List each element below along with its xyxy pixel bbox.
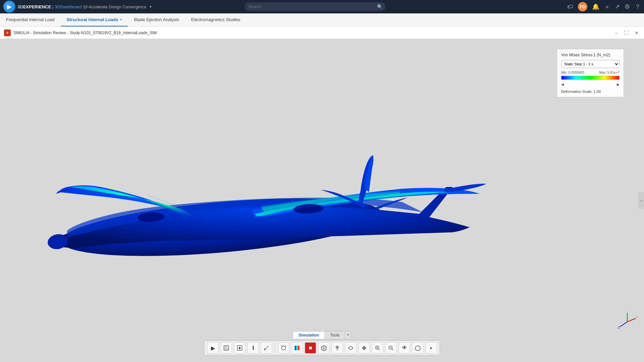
info-button[interactable]: ℹ	[248, 342, 259, 354]
brand-title: 3DEXPERIENCE | 3DDashboard 10-Accelerate…	[17, 4, 146, 9]
more-tools-button[interactable]: ▸	[426, 342, 437, 354]
user-avatar[interactable]: FD	[578, 2, 587, 11]
min-arrow-icon[interactable]: ◂	[561, 81, 564, 87]
deformation-scale: Deformation Scale: 1.00	[561, 89, 620, 94]
toolbar-chevron-icon[interactable]: ▾	[345, 331, 351, 339]
svg-rect-37	[297, 346, 298, 350]
max-arrow-icon[interactable]: ▸	[617, 81, 620, 87]
close-button[interactable]: ✕	[633, 29, 640, 36]
svg-rect-25	[225, 346, 227, 347]
tab-dropdown-icon[interactable]: ▾	[120, 18, 122, 21]
zoom-out-button[interactable]	[385, 342, 397, 354]
svg-line-18	[627, 318, 636, 322]
search-input[interactable]	[245, 2, 385, 11]
top-navigation: ▶ 3DEXPERIENCE | 3DDashboard 10-Accelera…	[0, 0, 644, 13]
svg-line-29	[265, 346, 269, 350]
tab-frequential[interactable]: Frequential Internal Load	[0, 13, 61, 26]
svg-line-53	[392, 349, 393, 350]
tab-electromagnetics[interactable]: Electromagnetics Studies	[185, 13, 247, 26]
add-icon[interactable]: ＋	[604, 3, 610, 11]
svg-marker-28	[238, 347, 241, 349]
save-button[interactable]	[221, 342, 232, 354]
minimize-button[interactable]: –	[613, 29, 620, 36]
query-button[interactable]	[278, 342, 289, 354]
side-panel-handle[interactable]: ›	[638, 192, 644, 209]
simulation-tab[interactable]: Simulation	[293, 331, 325, 339]
nav-right-icons: 🏷 FD 🔔 ＋ ↗ ⚙ ？	[567, 2, 641, 11]
window-title-bar: S SIMULIA - Simulation Review - Study-N1…	[0, 27, 644, 39]
zoom-in-button[interactable]	[372, 342, 383, 354]
tab-blade[interactable]: Blade Ejection Analysis	[128, 13, 185, 26]
svg-rect-38	[298, 346, 300, 350]
project-chevron-icon[interactable]: ▾	[150, 4, 152, 9]
window-controls: – ⛶ ✕	[613, 29, 640, 36]
legend-title: Von Mises Stress:1 (N_m2)	[561, 53, 620, 57]
svg-text:Z: Z	[618, 326, 620, 329]
svg-line-49	[379, 349, 380, 350]
logo-area[interactable]: ▶ 3DEXPERIENCE | 3DDashboard 10-Accelera…	[3, 1, 152, 13]
help-icon[interactable]: ？	[635, 3, 641, 11]
tab-bar: Frequential Internal Load Structural Int…	[0, 13, 644, 27]
measure-button[interactable]	[261, 342, 272, 354]
svg-marker-55	[416, 346, 420, 351]
svg-rect-35	[295, 346, 296, 350]
app-logo[interactable]: ▶	[3, 1, 15, 13]
legend-panel: Von Mises Stress:1 (N_m2) Static Step 1 …	[557, 49, 624, 97]
bottom-toolbar: Simulation Tools ▾ ▶ ℹ	[204, 331, 440, 355]
airplane-visualization	[0, 39, 644, 362]
color-bar	[561, 76, 620, 80]
legend-max: Max: 5.61e+7	[599, 71, 620, 74]
fringe-button[interactable]: ■	[305, 342, 316, 354]
window-title: SIMULIA - Simulation Review - Study-N101…	[13, 31, 157, 35]
probe-button[interactable]	[332, 342, 343, 354]
step-selector[interactable]: Static Step 1 - 1 s	[561, 60, 620, 68]
tab-structural[interactable]: Structural Internal Loads ▾	[61, 13, 128, 26]
settings-icon[interactable]: ⚙	[625, 3, 630, 10]
legend-min: Min: 0.0000483	[561, 71, 584, 74]
pan-button[interactable]: ✥	[359, 342, 370, 354]
toolbar-tab-bar: Simulation Tools ▾	[293, 331, 351, 339]
svg-text:Y: Y	[627, 312, 629, 313]
search-bar[interactable]: 🔍	[245, 2, 385, 11]
bookmark-icon[interactable]: 🏷	[567, 3, 573, 10]
svg-line-22	[620, 322, 627, 327]
render-mode-button[interactable]	[412, 342, 424, 354]
axis-indicator: X Y Z	[617, 312, 637, 332]
simulia-icon: S	[4, 29, 11, 36]
svg-point-45	[337, 347, 338, 348]
legend-arrows: ◂ ▸	[561, 81, 620, 87]
search-icon[interactable]: 🔍	[377, 4, 383, 9]
rotate-button[interactable]	[345, 342, 357, 354]
colormap-button[interactable]	[291, 342, 303, 354]
svg-line-34	[285, 346, 286, 347]
svg-rect-36	[296, 346, 297, 350]
legend-range: Min: 0.0000483 Max: 5.61e+7	[561, 71, 620, 74]
svg-line-33	[281, 346, 282, 347]
maximize-button[interactable]: ⛶	[623, 29, 630, 36]
separator	[275, 343, 275, 353]
toolbar-icons: ▶ ℹ	[204, 341, 440, 355]
tools-tab[interactable]: Tools	[325, 331, 345, 339]
svg-rect-26	[225, 348, 228, 350]
viewport: Von Mises Stress:1 (N_m2) Static Step 1 …	[0, 39, 644, 362]
export-button[interactable]	[234, 342, 246, 354]
svg-text:X: X	[636, 315, 637, 318]
view-button[interactable]: 👁	[399, 342, 410, 354]
notifications-icon[interactable]: 🔔	[592, 3, 599, 10]
play-button[interactable]: ▶	[207, 342, 219, 354]
project-name: 10-Accelerate Design Convergence	[83, 5, 146, 9]
svg-marker-47	[348, 347, 349, 349]
share-icon[interactable]: ↗	[615, 3, 620, 10]
mesh-button[interactable]	[318, 342, 330, 354]
